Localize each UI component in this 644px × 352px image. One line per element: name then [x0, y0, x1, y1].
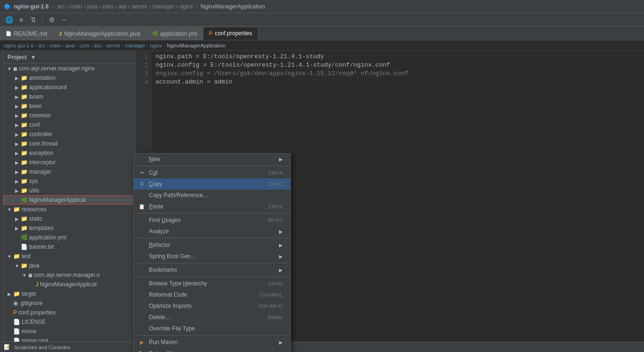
tree-item-templates[interactable]: ▶ 📁 templates	[4, 223, 135, 233]
tab-readme-icon: 📄	[6, 31, 11, 36]
tab-java[interactable]: J NginxManagerApplication.java	[53, 27, 146, 40]
tab-yml[interactable]: 🌿 application.yml	[147, 27, 203, 40]
tree-label-beam: beam	[29, 93, 43, 100]
menu-bookmarks-arrow: ▶	[279, 268, 283, 273]
folder-icon-utils: 📁	[21, 187, 28, 194]
tab-readme[interactable]: 📄 README.md	[0, 27, 53, 40]
breadcrumb-com: com	[79, 43, 89, 48]
menu-item-refactor[interactable]: Refactor ▶	[134, 239, 290, 251]
scratches-icon: 📝	[4, 344, 10, 350]
toolbar-globe-btn[interactable]: 🌐	[4, 15, 14, 25]
tree-item-app-yml[interactable]: 🌿 application.yml	[4, 233, 135, 242]
menu-paste-shortcut: Ctrl+V	[268, 204, 283, 209]
tree-item-interceptor[interactable]: ▶ 📁 interceptor	[4, 158, 135, 167]
props-icon-conf: P	[13, 309, 17, 316]
menu-new-arrow: ▶	[279, 157, 283, 162]
tree-label-target: target	[22, 291, 36, 297]
menu-reformat-label: Reformat Code	[149, 291, 250, 298]
tree-label-app-yml: application.yml	[29, 234, 66, 241]
tree-item-bean[interactable]: ▶ 📁 bean	[4, 101, 135, 111]
menu-item-spring-boot-gen[interactable]: Spring Boot Gen... ▶	[134, 251, 290, 262]
menu-copy-label: Copy	[149, 181, 259, 187]
menu-analyze-arrow: ▶	[279, 229, 283, 234]
menu-browsetype-shortcut: Ctrl+H	[268, 281, 283, 286]
tree-item-package-root[interactable]: ▼ ◼ com.aiyi.server.manager.nginx	[4, 64, 135, 73]
breadcrumb-main: main	[50, 43, 61, 48]
code-line-3: #nginx.config = /Users/gsk/dev/apps/ngin…	[155, 69, 640, 78]
tree-label-test-class: NginxManagerApplicat	[40, 281, 97, 288]
menu-item-analyze[interactable]: Analyze ▶	[134, 226, 290, 237]
tree-item-test-class[interactable]: J NginxManagerApplicat	[4, 280, 135, 289]
tree-item-static[interactable]: ▶ 📁 static	[4, 214, 135, 223]
menu-item-copy[interactable]: ⎘ Copy Ctrl+C	[134, 178, 290, 190]
menu-item-cut[interactable]: ✂ Cut Ctrl+X	[134, 167, 290, 178]
tree-item-sys[interactable]: ▶ 📁 sys	[4, 176, 135, 186]
menu-item-browse-type[interactable]: Browse Type Hierarchy Ctrl+H	[134, 278, 290, 289]
tree-label-license: LICENSE	[22, 319, 46, 325]
menu-sep-4	[134, 263, 290, 263]
tree-item-conf[interactable]: ▶ 📁 conf	[4, 120, 135, 130]
tree-item-conf-props[interactable]: P conf.properties	[4, 308, 135, 317]
breadcrumb-java: java	[65, 43, 75, 48]
menu-item-reformat[interactable]: Reformat Code Ctrl+Alt+L	[134, 289, 290, 300]
menu-delete-label: Delete...	[149, 314, 258, 321]
folder-icon-corethread: 📁	[21, 140, 28, 147]
menu-new-label: New	[149, 156, 275, 162]
tree-item-common[interactable]: ▶ 📁 common	[4, 111, 135, 120]
toolbar-gear-btn[interactable]: ⚙	[47, 15, 57, 25]
tree-item-resources[interactable]: ▼ 📁 resources	[4, 205, 135, 214]
tree-label-gitignore: .gitignore	[19, 300, 42, 306]
tree-item-exception[interactable]: ▶ 📁 exception	[4, 148, 135, 158]
menu-item-bookmarks[interactable]: Bookmarks ▶	[134, 264, 290, 275]
menu-item-paste[interactable]: 📋 Paste Ctrl+V	[134, 201, 290, 212]
toolbar-minus-btn[interactable]: −	[59, 15, 69, 25]
tree-label-java-test: java	[29, 262, 39, 269]
menu-item-find-usages[interactable]: Find Usages Alt+F7	[134, 214, 290, 226]
menu-item-run-maven[interactable]: ▶ Run Maven ▶	[134, 337, 290, 348]
tree-item-corethread[interactable]: ▶ 📁 core.thread	[4, 139, 135, 148]
toolbar-sep1	[42, 16, 43, 23]
menu-paste-label: Paste	[149, 203, 259, 210]
tree-item-nginx-main-class[interactable]: 🌿 NginxManagerApplicat	[4, 195, 135, 205]
tree-item-annotation[interactable]: ▶ 📁 annotation	[4, 73, 135, 83]
folder-icon-beam: 📁	[21, 93, 28, 100]
toolbar-split-btn[interactable]: ⇅	[28, 15, 39, 25]
menu-runmaven-label: Run Maven	[149, 339, 275, 345]
folder-icon-manager: 📁	[21, 168, 28, 175]
menu-item-optimize[interactable]: Optimize Imports Ctrl+Alt+O	[134, 300, 290, 312]
tab-props-icon: P	[209, 31, 212, 36]
git-icon: ◉	[13, 300, 18, 306]
menu-item-debug-maven[interactable]: 🐛 Debug Maven ▶	[134, 348, 290, 352]
tree-item-test[interactable]: ▼ 📁 test	[4, 252, 135, 261]
sidebar-header-icon[interactable]: ▼	[31, 54, 36, 61]
tree-item-utils[interactable]: ▶ 📁 utils	[4, 186, 135, 195]
tree-item-target[interactable]: ▶ 📁 target	[4, 289, 135, 298]
menu-item-new[interactable]: New ▶	[134, 153, 290, 165]
tree-item-controller[interactable]: ▶ 📁 controller	[4, 130, 135, 139]
toolbar-list-btn[interactable]: ≡	[16, 15, 26, 25]
menu-delete-shortcut: Delete	[268, 314, 283, 320]
tree-item-banner[interactable]: 📄 banner.txt	[4, 242, 135, 252]
tree-item-beam[interactable]: ▶ 📁 beam	[4, 92, 135, 101]
tree-item-manager[interactable]: ▶ 📁 manager	[4, 167, 135, 176]
title-bar: 🔷 nginx-gui-1.6 – src › main › java › co…	[0, 0, 644, 13]
tree-item-mvnw[interactable]: 📄 mvnw	[4, 327, 135, 336]
tree-label-package-root: com.aiyi.server.manager.nginx	[19, 65, 95, 72]
folder-icon-annotation: 📁	[21, 75, 28, 81]
menu-item-delete[interactable]: Delete... Delete	[134, 312, 290, 323]
tree-item-license[interactable]: 📄 LICENSE	[4, 317, 135, 327]
tree-item-test-package[interactable]: ▼ ◼ com.aiyi.server.manager.n	[4, 270, 135, 280]
status-scratches-label[interactable]: Scratches and Consoles	[14, 344, 70, 350]
menu-cut-icon: ✂	[138, 170, 146, 176]
title-icon: 🔷	[4, 3, 11, 10]
folder-icon-java-test: 📁	[21, 262, 28, 269]
tree-item-appconf[interactable]: ▶ 📁 applicationconf	[4, 83, 135, 92]
menu-debugmaven-label: Debug Maven	[149, 350, 275, 352]
tab-bar: 📄 README.md J NginxManagerApplication.ja…	[0, 26, 644, 40]
tree-label-common: common	[29, 112, 51, 119]
menu-item-override-file-type[interactable]: Override File Type	[134, 323, 290, 334]
tab-props[interactable]: P conf.properties	[203, 27, 258, 40]
tree-item-gitignore[interactable]: ◉ .gitignore	[4, 298, 135, 308]
menu-item-copy-path[interactable]: Copy Path/Reference...	[134, 190, 290, 201]
tree-item-java-test[interactable]: ▼ 📁 java	[4, 261, 135, 270]
